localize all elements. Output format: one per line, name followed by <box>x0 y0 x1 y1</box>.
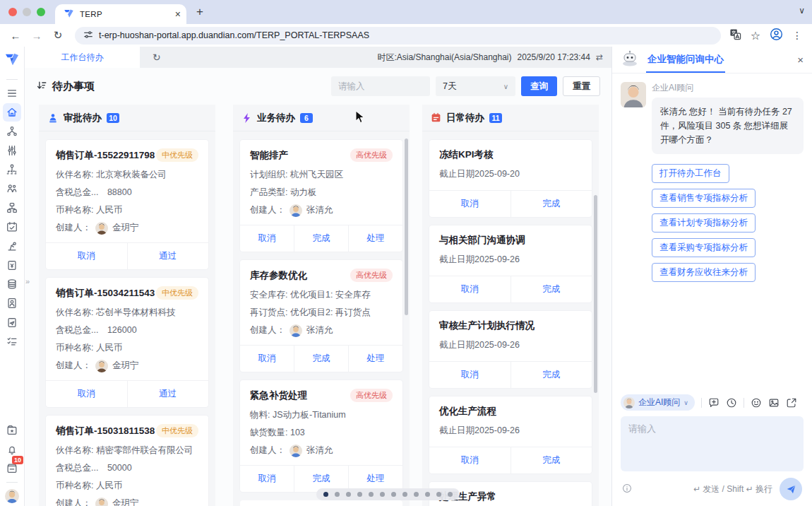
forward-icon[interactable]: → <box>28 30 45 42</box>
card-action-完成[interactable]: 完成 <box>294 225 348 252</box>
tab-close-icon[interactable]: × <box>175 9 181 19</box>
message-input[interactable]: 请输入 <box>621 416 804 471</box>
user-avatar[interactable] <box>5 489 19 503</box>
window-minimize-button[interactable] <box>23 8 31 16</box>
quick-action-button[interactable]: 查看财务应收往来分析 <box>652 263 756 282</box>
send-button[interactable] <box>780 478 802 500</box>
card-action-完成[interactable]: 完成 <box>511 447 592 473</box>
card-action-取消[interactable]: 取消 <box>429 447 511 473</box>
card-action-完成[interactable]: 完成 <box>511 191 592 217</box>
emoji-icon[interactable] <box>751 397 762 408</box>
pagination-dot[interactable] <box>346 492 351 497</box>
pagination-dot[interactable] <box>323 492 328 497</box>
card-action-处理[interactable]: 处理 <box>348 346 402 372</box>
pagination-dot[interactable] <box>425 492 430 497</box>
tab-list-chevron-icon[interactable]: ∨ <box>799 6 805 16</box>
sidebar-item-robot-arm[interactable] <box>3 237 21 255</box>
todo-card[interactable]: 审核生产计划执行情况截止日期2025-09-26取消完成 <box>429 311 592 388</box>
card-action-取消[interactable]: 取消 <box>240 225 294 252</box>
pagination-dot[interactable] <box>369 492 374 497</box>
agent-selector[interactable]: 企业AI顾问 ∨ <box>621 394 695 411</box>
tab-workspace-todo[interactable]: 工作台待办 <box>25 47 140 68</box>
pagination-dot[interactable] <box>335 492 340 497</box>
card-action-取消[interactable]: 取消 <box>429 276 511 302</box>
new-tab-button[interactable]: + <box>196 5 203 19</box>
pagination-dot[interactable] <box>357 492 362 497</box>
sidebar-item-sliders[interactable] <box>3 141 21 160</box>
card-action-完成[interactable]: 完成 <box>511 362 592 388</box>
close-icon[interactable]: × <box>797 54 804 66</box>
sidebar-expand-handle[interactable]: » <box>25 277 30 286</box>
sidebar-item-folder-star[interactable] <box>3 421 21 440</box>
translate-icon[interactable] <box>729 28 741 42</box>
pagination-dot[interactable] <box>391 492 396 497</box>
card-action-处理[interactable]: 处理 <box>348 225 402 252</box>
refresh-icon[interactable]: ↻ <box>153 52 161 63</box>
reset-button[interactable]: 重置 <box>563 76 600 96</box>
reload-icon[interactable]: ↻ <box>49 29 66 42</box>
column-scrollbar[interactable] <box>405 139 408 315</box>
carousel-pagination[interactable] <box>316 488 460 500</box>
todo-card[interactable]: 智能排产高优先级计划组织: 杭州飞天园区产品类型: 动力板创建人：张清允取消完成… <box>240 140 402 252</box>
sidebar-item-tray[interactable]: 10 <box>3 459 21 478</box>
history-icon[interactable] <box>726 397 737 408</box>
timezone-swap-icon[interactable]: ⇄ <box>596 52 603 62</box>
card-action-完成[interactable]: 完成 <box>511 276 592 302</box>
search-input[interactable] <box>331 76 430 96</box>
pagination-dot[interactable] <box>402 492 407 497</box>
todo-card[interactable]: 销售订单-15034211543中优先级伙伴名称: 芯创半导体材料科技含税总金.… <box>46 278 208 407</box>
sidebar-item-home[interactable] <box>3 103 21 122</box>
back-icon[interactable]: ← <box>7 30 24 42</box>
sidebar-item-coins[interactable] <box>3 275 21 293</box>
todo-card[interactable]: 优化生产流程截止日期2025-09-26取消完成 <box>429 396 592 473</box>
expand-window-icon[interactable] <box>786 397 797 408</box>
card-action-取消[interactable]: 取消 <box>240 466 294 492</box>
sidebar-item-clipboard-plane[interactable] <box>3 313 21 331</box>
pagination-dot[interactable] <box>448 492 453 497</box>
card-action-取消[interactable]: 取消 <box>240 346 294 372</box>
card-action-取消[interactable]: 取消 <box>46 381 127 407</box>
sidebar-item-org-share[interactable] <box>3 122 21 141</box>
sidebar-item-calendar-check[interactable] <box>3 218 21 236</box>
card-action-通过[interactable]: 通过 <box>127 243 209 269</box>
profile-icon[interactable] <box>770 28 783 43</box>
quick-action-button[interactable]: 查看计划专项指标分析 <box>652 213 756 233</box>
browser-tab[interactable]: TERP × <box>55 4 186 24</box>
quick-action-button[interactable]: 打开待办工作台 <box>652 164 729 183</box>
bookmark-star-icon[interactable]: ☆ <box>751 29 760 42</box>
todo-card[interactable]: 库存参数优化高优先级安全库存: 优化项目1: 安全库存再订货点: 优化项目2: … <box>240 260 402 372</box>
sidebar-item-menu[interactable] <box>3 84 21 102</box>
card-action-取消[interactable]: 取消 <box>429 191 511 217</box>
pagination-dot[interactable] <box>380 492 385 497</box>
todo-card[interactable]: 与相关部门沟通协调截止日期2025-09-26取消完成 <box>429 225 592 302</box>
quick-action-button[interactable]: 查看销售专项指标分析 <box>652 189 756 208</box>
new-chat-icon[interactable] <box>708 397 720 408</box>
card-action-取消[interactable]: 取消 <box>429 362 511 388</box>
query-button[interactable]: 查询 <box>521 76 557 96</box>
quick-action-button[interactable]: 查看采购专项指标分析 <box>652 238 756 257</box>
address-bar[interactable]: t-erp-huoshan-portal.app.duandian.com/TE… <box>75 27 721 45</box>
chrome-menu-icon[interactable]: ⋮ <box>792 30 802 41</box>
pagination-dot[interactable] <box>414 492 419 497</box>
sidebar-item-sitemap[interactable] <box>3 199 21 217</box>
image-icon[interactable] <box>768 397 780 408</box>
range-select[interactable]: 7天 ∨ <box>436 76 515 96</box>
sidebar-item-org-dashed[interactable] <box>3 160 21 179</box>
partial-card[interactable] <box>240 500 402 506</box>
pagination-dot[interactable] <box>436 492 441 497</box>
todo-card[interactable]: 紧急补货处理高优先级物料: JS动力板-Titanium缺货数量: 103创建人… <box>240 380 402 492</box>
sidebar-item-checklist[interactable] <box>3 332 21 351</box>
card-action-取消[interactable]: 取消 <box>46 243 127 269</box>
todo-card[interactable]: 销售订单-15031811538中优先级伙伴名称: 精密零部件联合有限公司含税总… <box>46 416 208 506</box>
window-zoom-button[interactable] <box>37 8 45 16</box>
sidebar-item-doc-person[interactable] <box>3 294 21 312</box>
site-settings-icon[interactable] <box>83 30 93 42</box>
sidebar-item-clipboard-yen[interactable] <box>3 256 21 274</box>
window-close-button[interactable] <box>8 8 17 16</box>
sidebar-item-people[interactable] <box>3 180 21 198</box>
card-action-完成[interactable]: 完成 <box>294 346 348 372</box>
card-action-通过[interactable]: 通过 <box>127 381 209 407</box>
todo-card[interactable]: 销售订单-15522911798中优先级伙伴名称: 北京寒秋装备公司含税总金..… <box>46 140 208 269</box>
todo-card[interactable]: 冻结KPI考核截止日期2025-09-20取消完成 <box>429 140 592 217</box>
column-scrollbar[interactable] <box>594 195 597 393</box>
